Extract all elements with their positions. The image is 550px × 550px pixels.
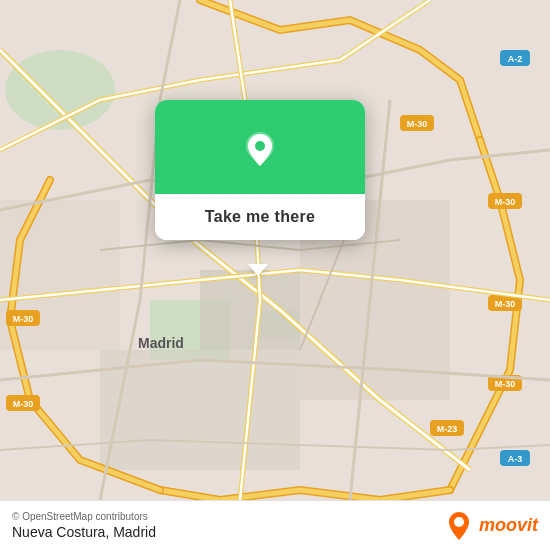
svg-text:Madrid: Madrid [138,335,184,351]
moovit-icon [443,510,475,542]
bottom-left: © OpenStreetMap contributors Nueva Costu… [12,511,156,540]
svg-text:M-30: M-30 [495,197,516,207]
map-container: M-30 M-30 M-30 M-30 M-30 M-30 A-2 A-3 M-… [0,0,550,500]
moovit-text: moovit [479,515,538,536]
bottom-bar: © OpenStreetMap contributors Nueva Costu… [0,500,550,550]
svg-text:M-23: M-23 [437,424,458,434]
location-pin-icon [238,128,282,172]
svg-rect-7 [200,270,300,350]
svg-text:A-3: A-3 [508,454,523,464]
svg-text:A-2: A-2 [508,54,523,64]
moovit-logo: moovit [443,510,538,542]
osm-attribution: © OpenStreetMap contributors [12,511,156,522]
take-me-there-button[interactable]: Take me there [155,194,365,240]
svg-text:M-30: M-30 [495,379,516,389]
svg-point-28 [255,141,265,151]
svg-point-29 [454,517,464,527]
map-svg: M-30 M-30 M-30 M-30 M-30 M-30 A-2 A-3 M-… [0,0,550,500]
svg-text:M-30: M-30 [13,314,34,324]
svg-text:M-30: M-30 [13,399,34,409]
popup-card: Take me there [155,100,365,240]
svg-text:M-30: M-30 [495,299,516,309]
popup-tail [248,264,268,276]
svg-text:M-30: M-30 [407,119,428,129]
location-name: Nueva Costura, Madrid [12,524,156,540]
popup-header [155,100,365,194]
